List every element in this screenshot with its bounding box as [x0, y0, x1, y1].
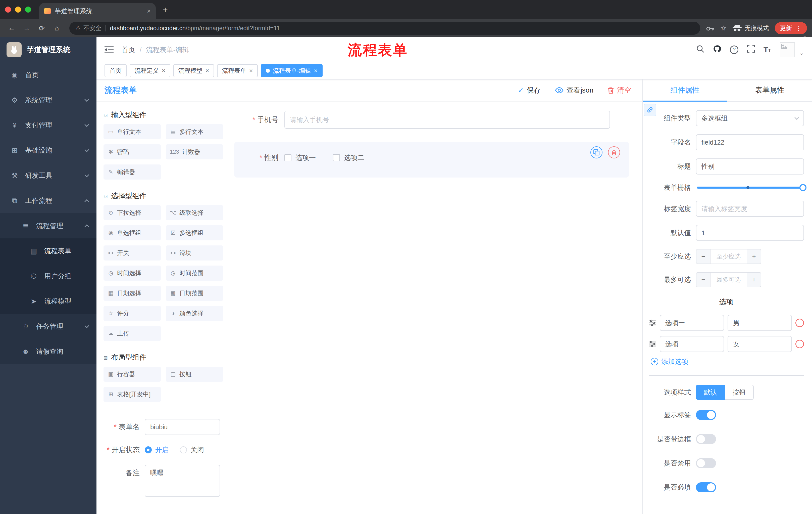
- back-icon[interactable]: ←: [5, 24, 18, 32]
- close-window-button[interactable]: [5, 6, 11, 12]
- increase-button[interactable]: +: [747, 273, 761, 287]
- close-icon[interactable]: ×: [205, 67, 209, 74]
- reload-icon[interactable]: ⟳: [35, 24, 48, 32]
- default-value-input[interactable]: [696, 225, 804, 241]
- component-chip-upload[interactable]: ☁上传: [104, 326, 161, 341]
- component-chip-password[interactable]: ✱密码: [104, 144, 161, 159]
- option1-value-input[interactable]: [728, 315, 792, 331]
- sidebar-item-home[interactable]: ◉ 首页: [0, 62, 96, 87]
- component-chip-time-picker[interactable]: ◷时间选择: [104, 266, 161, 281]
- font-size-icon[interactable]: TT: [763, 46, 771, 54]
- component-chip-checkbox-group[interactable]: ☑多选框组: [166, 225, 223, 240]
- drag-handle-icon[interactable]: [649, 341, 656, 348]
- avatar[interactable]: [780, 42, 795, 57]
- sidebar-item-process-model[interactable]: ➤ 流程模型: [0, 289, 96, 314]
- component-chip-color-picker[interactable]: ◑颜色选择: [166, 306, 223, 321]
- phone-field-row[interactable]: 手机号: [234, 111, 629, 129]
- tab-component-props[interactable]: 组件属性: [643, 79, 727, 101]
- save-button[interactable]: ✓ 保存: [518, 85, 541, 95]
- help-icon[interactable]: ?: [730, 46, 738, 54]
- sidebar-item-system[interactable]: ⚙ 系统管理: [0, 87, 96, 113]
- title-input[interactable]: [696, 158, 804, 174]
- option1-name-input[interactable]: [660, 315, 724, 331]
- style-default-button[interactable]: 默认: [696, 385, 725, 400]
- sidebar-collapse-icon[interactable]: [105, 46, 114, 54]
- component-chip-button[interactable]: ▢按钮: [166, 367, 223, 382]
- slider-handle[interactable]: [800, 184, 807, 191]
- sidebar-item-devtools[interactable]: ⚒ 研发工具: [0, 163, 96, 188]
- min-select-value[interactable]: 至少应选: [710, 249, 747, 264]
- decrease-button[interactable]: −: [696, 249, 710, 264]
- sidebar-item-workflow[interactable]: ⧉ 工作流程: [0, 188, 96, 213]
- component-chip-editor[interactable]: ✎编辑器: [104, 164, 161, 180]
- remove-option-button[interactable]: −: [795, 340, 804, 348]
- component-chip-row-container[interactable]: ▣行容器: [104, 367, 161, 382]
- sidebar-item-payment[interactable]: ¥ 支付管理: [0, 113, 96, 138]
- style-button-button[interactable]: 按钮: [725, 385, 754, 400]
- disabled-toggle[interactable]: [696, 458, 716, 468]
- option2-name-input[interactable]: [660, 336, 724, 352]
- tag-process-form-edit[interactable]: 流程表单-编辑 ×: [261, 64, 323, 77]
- component-chip-date-picker[interactable]: ▦日期选择: [104, 286, 161, 301]
- border-toggle[interactable]: [696, 434, 716, 444]
- tab-close-icon[interactable]: ×: [147, 7, 151, 15]
- forward-icon[interactable]: →: [20, 24, 33, 32]
- selected-component-block[interactable]: 性别 选项一 选项二: [234, 142, 629, 178]
- component-chip-rate[interactable]: ☆评分: [104, 306, 161, 321]
- copy-component-button[interactable]: [590, 146, 603, 158]
- view-json-button[interactable]: 查看json: [555, 85, 593, 95]
- password-key-icon[interactable]: [706, 24, 714, 33]
- github-icon[interactable]: [713, 45, 721, 55]
- breadcrumb-home[interactable]: 首页: [122, 45, 135, 54]
- grid-slider[interactable]: [697, 187, 803, 189]
- phone-input[interactable]: [284, 111, 610, 129]
- home-icon[interactable]: ⌂: [50, 24, 63, 32]
- component-chip-slider[interactable]: ⊶滑块: [166, 245, 223, 261]
- show-label-toggle[interactable]: [696, 410, 716, 420]
- component-chip-switch[interactable]: ⊷开关: [104, 245, 161, 261]
- delete-component-button[interactable]: [608, 146, 620, 158]
- form-remark-textarea[interactable]: 嘿嘿: [145, 465, 220, 497]
- address-bar[interactable]: ⚠ 不安全 dashboard.yudao.iocoder.cn/bpm/man…: [69, 22, 700, 35]
- sidebar-item-leave-query[interactable]: ☻ 请假查询: [0, 339, 96, 364]
- close-icon[interactable]: ×: [249, 67, 253, 74]
- drag-handle-icon[interactable]: [649, 319, 656, 326]
- required-toggle[interactable]: [696, 482, 716, 492]
- label-width-input[interactable]: [696, 201, 804, 217]
- increase-button[interactable]: +: [747, 249, 761, 264]
- component-type-select[interactable]: 多选框组: [696, 110, 804, 126]
- maximize-window-button[interactable]: [25, 6, 31, 12]
- clear-button[interactable]: 清空: [608, 85, 631, 95]
- tag-process-form[interactable]: 流程表单 ×: [217, 64, 258, 77]
- browser-menu-dots-icon[interactable]: ⋮: [795, 24, 802, 32]
- decrease-button[interactable]: −: [696, 273, 710, 287]
- sidebar-item-infrastructure[interactable]: ⊞ 基础设施: [0, 138, 96, 163]
- close-icon[interactable]: ×: [162, 67, 165, 74]
- sidebar-item-process-form[interactable]: ▤ 流程表单: [0, 238, 96, 264]
- component-chip-table[interactable]: ⊞表格[开发中]: [104, 387, 161, 402]
- tag-process-definition[interactable]: 流程定义 ×: [129, 64, 170, 77]
- close-icon[interactable]: ×: [314, 67, 318, 74]
- component-chip-dropdown[interactable]: ⊙下拉选择: [104, 205, 161, 220]
- fullscreen-icon[interactable]: [747, 45, 755, 55]
- tag-process-model[interactable]: 流程模型 ×: [173, 64, 214, 77]
- add-option-button[interactable]: + 添加选项: [651, 357, 804, 366]
- tab-form-props[interactable]: 表单属性: [727, 79, 812, 101]
- component-chip-multi-text[interactable]: ▤多行文本: [166, 124, 223, 139]
- option2-value-input[interactable]: [728, 336, 792, 352]
- search-icon[interactable]: [696, 45, 704, 55]
- sidebar-item-process-management[interactable]: ≣ 流程管理: [0, 213, 96, 238]
- component-chip-date-range[interactable]: ▩日期范围: [166, 286, 223, 301]
- max-select-value[interactable]: 最多可选: [710, 273, 747, 287]
- sidebar-item-user-group[interactable]: ⚇ 用户分组: [0, 264, 96, 289]
- security-indicator[interactable]: ⚠ 不安全: [76, 24, 102, 32]
- component-chip-cascader[interactable]: ⌥级联选择: [166, 205, 223, 220]
- avatar-caret-icon[interactable]: ⌄: [800, 50, 804, 56]
- status-off-radio[interactable]: 关闭: [180, 445, 204, 454]
- new-tab-button[interactable]: +: [163, 5, 168, 15]
- minimize-window-button[interactable]: [15, 6, 21, 12]
- form-name-input[interactable]: [145, 419, 220, 435]
- component-chip-single-text[interactable]: ▭单行文本: [104, 124, 161, 139]
- sidebar-item-task-management[interactable]: ⚐ 任务管理: [0, 314, 96, 339]
- component-chip-time-range[interactable]: ◶时间范围: [166, 266, 223, 281]
